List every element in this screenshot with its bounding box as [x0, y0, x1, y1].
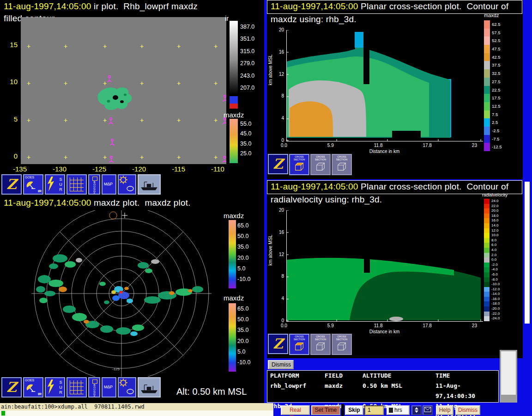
time-step-button[interactable]: [411, 405, 422, 415]
colorbar-swatch: [484, 267, 490, 272]
status-scrollbar-thumb[interactable]: [501, 351, 516, 395]
panel-ir-plot: 11-aug-1997,14:05:00 ir plot. Rhb_lowprf…: [0, 0, 264, 196]
colorbar-tick-label: 8.0: [490, 238, 496, 243]
colorbar-swatch: [484, 86, 490, 94]
colorbar-tick-label: 42.5: [490, 53, 501, 61]
zebra-logo-button[interactable]: Z: [268, 154, 288, 174]
platform-status-table: PLATFORMFIELDALTITUDETIME rhb_lowprf max…: [267, 370, 499, 403]
terminal-prompt[interactable]: ain:beaufait:100>xdump.all 970811.1405.r…: [0, 403, 273, 410]
map-label: M∆P: [104, 385, 113, 389]
terminal-input-line[interactable]: [0, 410, 273, 416]
goes-ir-button[interactable]: GOES IR: [23, 174, 43, 195]
x-tick-label: 17.8: [423, 143, 431, 148]
colorbar-entry: -8.0: [484, 277, 500, 282]
svg-text:++++++: ++++++: [27, 80, 218, 87]
colorbar-entry: 14.0: [484, 223, 500, 228]
colorbar-swatch: [484, 118, 490, 127]
cross-section-plot-area[interactable]: [286, 210, 483, 322]
colorbar-tick-label: 55.0: [240, 121, 261, 127]
zebra-logo-button[interactable]: Z: [1, 377, 22, 398]
cross-section-plot-area[interactable]: [286, 30, 483, 141]
colorbar-tick-label: 6.0: [490, 243, 496, 248]
skip-button[interactable]: Skip: [345, 405, 363, 415]
map-overlay-button[interactable]: M∆P: [102, 377, 116, 398]
y-tick-label: 15: [10, 41, 18, 49]
cube-icon: [293, 341, 305, 352]
cube-icon: [336, 341, 348, 352]
y-tick-label: 8: [281, 93, 284, 98]
map-graphics: ++++++ ++++++ ++++++ ++++++: [21, 17, 226, 164]
panel-title: 11-aug-1997,14:05:00 Planar cross-sectio…: [271, 182, 508, 192]
window-scrollbar-thumb[interactable]: [525, 182, 530, 324]
cross-section-button-1[interactable]: CROSS SECTION: [289, 334, 309, 355]
skip-value-field[interactable]: 1: [364, 405, 384, 415]
colorbar-tick-label: -14.0: [490, 292, 500, 297]
colorbar-entry: -6.0: [484, 272, 500, 277]
x-tick-label: 23: [472, 323, 477, 328]
table-header-row: PLATFORMFIELDALTITUDETIME: [267, 371, 498, 381]
colorbar-tick-label: -7.5: [490, 135, 499, 143]
radar-ppi-plot[interactable]: [0, 210, 223, 377]
cube-icon: [293, 161, 305, 172]
colorbar-entry: 22.5: [484, 86, 502, 94]
colorbar-swatch: [484, 102, 490, 110]
colorbar-entry: -10.0: [484, 282, 500, 287]
zebra-logo-button[interactable]: Z: [1, 174, 22, 195]
zebra-logo-icon: Z: [2, 176, 21, 193]
cross-section-button-1[interactable]: CROSS SECTION: [289, 154, 309, 175]
overlay-options-button[interactable]: [118, 377, 136, 398]
overlay-options-button[interactable]: [118, 174, 136, 195]
envelope-icon: [424, 406, 431, 413]
grid-button[interactable]: [66, 174, 87, 195]
maxdz-colorbar: [229, 220, 236, 288]
panel-radar-plot: 11-aug-1997,14:05:00 maxdz plot. maxdz p…: [0, 196, 264, 403]
grid-icon: [70, 177, 84, 191]
cross-section-button-2[interactable]: CROSS SECTION: [310, 334, 331, 355]
bounds-button[interactable]: BOUNDS: [88, 377, 100, 398]
colorbar-swatch: [484, 29, 490, 37]
colorbar-tick-label: -10.0: [237, 359, 260, 366]
colorbar-tick-label: 45.0: [240, 130, 261, 137]
zebra-logo-button[interactable]: Z: [268, 334, 288, 354]
maxdz-colorbar-label: maxdz: [224, 111, 244, 119]
help-button[interactable]: Help: [436, 405, 453, 415]
surface-data-button[interactable]: SUR: [45, 377, 65, 398]
cross-section-button-3[interactable]: CROSS SECTION: [332, 154, 352, 175]
colorbar-swatch: [484, 272, 490, 277]
set-time-button[interactable]: Set Time: [311, 405, 340, 415]
cross-section-button-2[interactable]: CROSS SECTION: [310, 154, 331, 175]
ship-platform-button[interactable]: [138, 377, 161, 398]
bar-dismiss-button[interactable]: Dismiss: [455, 405, 480, 415]
status-dismiss-button[interactable]: Dismiss: [268, 360, 294, 369]
colorbar-tick-label: 65.0: [237, 306, 260, 312]
ir-map-plot-area[interactable]: ++++++ ++++++ ++++++ ++++++: [21, 17, 226, 164]
surface-data-button[interactable]: SUR: [45, 174, 65, 195]
colorbar-swatch: [484, 61, 490, 69]
divider: [341, 404, 344, 416]
bounds-button[interactable]: BOUNDS: [88, 174, 100, 195]
panel-cross-section-maxdz: 11-aug-1997,14:05:00 Planar cross-sectio…: [267, 0, 523, 179]
colorbar-swatch: [484, 282, 490, 287]
radialvelocity-colorbar: 24.0 22.0 20.0 18.0: [484, 199, 500, 321]
column-header: TIME: [435, 371, 498, 381]
goes-ir-button[interactable]: GOES IR: [23, 377, 43, 398]
hours-units-button[interactable]: hrs: [387, 405, 410, 415]
real-time-button[interactable]: Real Time: [281, 405, 310, 415]
colorbar-entry: 4.0: [484, 248, 500, 253]
timestamp: 11-aug-1997,14:05:00: [271, 1, 358, 11]
colorbar-tick-label: -10.0: [490, 282, 500, 287]
colorbar-tick-label: 279.0: [240, 60, 261, 67]
circle-icon: [127, 389, 133, 394]
ship-platform-button[interactable]: [138, 174, 161, 195]
grid-button[interactable]: [66, 377, 87, 398]
notify-button[interactable]: [423, 405, 433, 415]
map-overlay-button[interactable]: M∆P: [102, 174, 116, 195]
colorbar-swatch: [484, 69, 490, 78]
colorbar-tick-label: 12.5: [490, 102, 501, 110]
colorbar-tick-label: 4.0: [490, 248, 496, 253]
cross-section-button-3[interactable]: CROSS SECTION: [332, 334, 352, 355]
section-label: SECTION: [294, 158, 305, 161]
colorbar-entry: 17.5: [484, 94, 502, 102]
colorbar-swatch: [484, 277, 490, 282]
maxdz-contour-graphics: [287, 30, 483, 141]
